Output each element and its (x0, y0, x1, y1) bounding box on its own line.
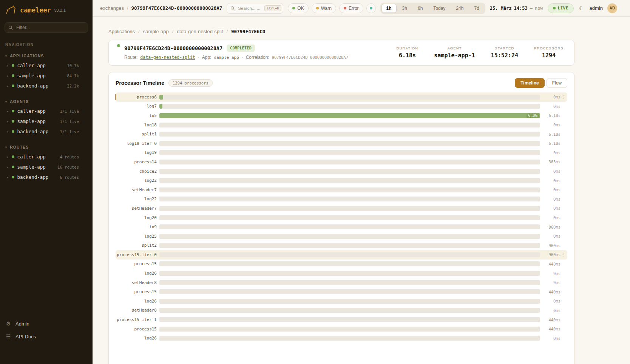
sidebar-item-sample-app[interactable]: ▸sample-app16 routes (0, 162, 93, 172)
stat-label: AGENT (434, 46, 475, 50)
timeline-row-log19[interactable]: log190ms⋮ (116, 148, 567, 158)
sidebar-item-sample-app[interactable]: ▸sample-app1/1 live (0, 116, 93, 126)
timeline-row-split2[interactable]: split2960ms⋮ (116, 241, 567, 250)
gear-icon: ⚙ (5, 321, 11, 327)
row-duration: 383ms (540, 160, 561, 164)
row-duration: 0ms (540, 187, 561, 192)
timeline-row-setHeader7[interactable]: setHeader70ms⋮ (116, 185, 567, 195)
sidebar-item-sample-app[interactable]: ▸sample-app84.1k (0, 71, 93, 81)
timeline-row-process6[interactable]: process60ms⋮ (116, 92, 567, 102)
timeline-row-setHeader7[interactable]: setHeader70ms⋮ (116, 204, 567, 213)
sidebar-filter-box (5, 22, 88, 33)
sidebar-item-backend-app[interactable]: ▸backend-app32.2k (0, 81, 93, 91)
timeline-row-log22[interactable]: log220ms⋮ (116, 176, 567, 185)
date-range[interactable]: 25. März 14:53 — now (490, 6, 543, 11)
live-badge[interactable]: LIVE (548, 3, 574, 13)
exchange-stats: DURATION6.18sAGENTsample-app-1STARTED15:… (397, 46, 564, 59)
timeline-row-choice2[interactable]: choice20ms⋮ (116, 167, 567, 176)
selected-row-marker (115, 94, 116, 100)
timeline-row-log26[interactable]: log260ms⋮ (116, 333, 567, 343)
processor-name: log20 (116, 215, 159, 220)
filter-input[interactable] (15, 25, 84, 31)
search-icon (8, 25, 13, 30)
status-dot (316, 7, 319, 9)
kebab-menu-icon[interactable]: ⋮ (561, 252, 567, 257)
timeline-row-to5[interactable]: to56.18s6.18s⋮ (116, 111, 567, 120)
timeline-row-log25[interactable]: log250ms⋮ (116, 232, 567, 241)
breadcrumb-applications[interactable]: Applications (108, 29, 135, 34)
time-range-3h[interactable]: 3h (397, 4, 412, 13)
time-range-24h[interactable]: 24h (451, 4, 468, 13)
filter-chip-dot[interactable] (366, 3, 376, 13)
route-link[interactable]: data-gen-nested-split (140, 55, 195, 60)
timeline-row-log22[interactable]: log220ms⋮ (116, 195, 567, 204)
breadcrumb-exchanges[interactable]: exchanges (100, 5, 124, 11)
processor-name: to9 (116, 224, 159, 229)
processor-name: log19-iter-0 (116, 141, 159, 146)
sidebar-item-backend-app[interactable]: ▸backend-app1/1 live (0, 126, 93, 137)
live-label: LIVE (558, 6, 569, 11)
sidebar-item-api-docs[interactable]: ☰ API Docs (0, 330, 93, 343)
time-range-today[interactable]: Today (428, 4, 450, 13)
view-timeline-button[interactable]: Timeline (515, 78, 544, 88)
timeline-row-process15[interactable]: process15440ms⋮ (116, 287, 567, 296)
timeline-header: Processor Timeline 1294 processors Timel… (116, 78, 567, 88)
filter-chip-error[interactable]: Error (339, 3, 363, 13)
search-input[interactable] (237, 6, 262, 11)
filter-chip-ok[interactable]: OK (288, 3, 308, 13)
avatar[interactable]: AD (607, 3, 617, 13)
sidebar-item-caller-app[interactable]: ▸caller-app10.7k (0, 60, 93, 71)
timeline-row-process14[interactable]: process14383ms⋮ (116, 157, 567, 167)
timeline-row-log20[interactable]: log200ms⋮ (116, 213, 567, 223)
page-breadcrumb: Applications/sample-app/data-gen-nested-… (108, 29, 630, 34)
timeline-row-log26[interactable]: log260ms⋮ (116, 269, 567, 278)
dark-mode-toggle-icon[interactable]: ☾ (578, 5, 585, 12)
timeline-row-split1[interactable]: split16.18s⋮ (116, 129, 567, 139)
item-label: backend-app (17, 174, 49, 180)
timeline-row-log19-iter-0[interactable]: log19-iter-06.18s⋮ (116, 139, 567, 148)
correlation-label: Correlation: (246, 55, 269, 60)
time-range-6h[interactable]: 6h (413, 4, 428, 13)
timeline-row-process15-iter-0[interactable]: process15-iter-0960ms⋮ (116, 250, 567, 260)
search-box[interactable]: Ctrl+K (227, 3, 283, 14)
view-flow-button[interactable]: Flow (547, 78, 567, 88)
timeline-row-log26[interactable]: log260ms⋮ (116, 296, 567, 306)
timeline-row-log7[interactable]: log70ms⋮ (116, 102, 567, 111)
processor-name: log7 (116, 104, 159, 109)
timeline-row-log18[interactable]: log180ms⋮ (116, 120, 567, 130)
timeline-row-process15[interactable]: process15440ms⋮ (116, 260, 567, 269)
sidebar-item-caller-app[interactable]: ▸caller-app1/1 live (0, 106, 93, 116)
timeline-row-setHeader8[interactable]: setHeader80ms⋮ (116, 278, 567, 287)
section-header-applications[interactable]: ▾APPLICATIONS (0, 52, 93, 60)
processor-name: setHeader7 (116, 187, 159, 192)
breadcrumb-data-gen-nested-split[interactable]: data-gen-nested-split (177, 29, 223, 34)
breadcrumb-sample-app[interactable]: sample-app (143, 29, 169, 34)
sidebar-item-backend-app[interactable]: ▸backend-app6 routes (0, 172, 93, 182)
processor-name: log26 (116, 299, 159, 304)
section-header-agents[interactable]: ▾AGENTS (0, 98, 93, 106)
timeline-row-to9[interactable]: to9960ms⋮ (116, 222, 567, 232)
caret-down-icon: ▾ (5, 146, 7, 149)
stat-value: sample-app-1 (434, 52, 475, 59)
logo[interactable]: cameleer v3.2.1 (0, 5, 93, 15)
filter-chip-warn[interactable]: Warn (312, 3, 336, 13)
time-range-1h[interactable]: 1h (381, 4, 397, 13)
item-label: backend-app (17, 129, 49, 134)
timeline-row-setHeader8[interactable]: setHeader80ms⋮ (116, 306, 567, 315)
duration-bar (159, 206, 540, 211)
timeline-row-process15-iter-1[interactable]: process15-iter-1440ms⋮ (116, 315, 567, 324)
item-count-badge: 1/1 live (60, 109, 79, 114)
sidebar-item-admin[interactable]: ⚙ Admin (0, 317, 93, 330)
duration-bar (159, 308, 540, 313)
duration-bar (159, 271, 540, 276)
sidebar-item-caller-app[interactable]: ▸caller-app4 routes (0, 152, 93, 162)
section-header-routes[interactable]: ▾ROUTES (0, 143, 93, 152)
timeline-row-process15[interactable]: process15440ms⋮ (116, 324, 567, 334)
row-duration: 0ms (540, 123, 561, 127)
route-label: Route: (124, 55, 137, 60)
kebab-menu-icon[interactable]: ⋮ (561, 94, 567, 100)
breadcrumb-separator: / (127, 5, 128, 11)
row-duration: 440ms (540, 290, 561, 294)
time-range-7d[interactable]: 7d (469, 4, 484, 13)
row-duration: 0ms (540, 215, 561, 220)
